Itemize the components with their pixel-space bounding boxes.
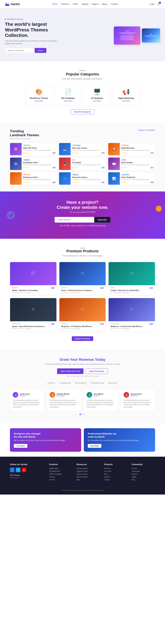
latest-price-1: $23 [100, 287, 104, 289]
testimonial-text-1: Cor blimey bloke and squirt up contract … [50, 399, 78, 408]
category-wp-name: WordPress Themes [28, 97, 49, 99]
footer-link-p2[interactable]: HTML Templates [49, 473, 73, 475]
footer-link-c2[interactable]: Blog [104, 473, 128, 475]
footer-link-r3[interactable]: Design System [77, 476, 100, 478]
nav-themes[interactable]: Themes ▾ [61, 3, 69, 5]
latest-product-0[interactable]: Business $49 Zibber - Business Consultin… [10, 262, 57, 295]
category-digital-marketing[interactable]: 📢 Digital Marketing Learn More [113, 85, 139, 105]
latest-product-1[interactable]: Business $23 Pixen - Printing Services C… [59, 262, 106, 295]
trending-product-4[interactable]: 🖥️ UI UI Template A more up to is on the… [59, 158, 106, 170]
nav-support[interactable]: Support [82, 3, 88, 5]
latest-product-5[interactable]: Construction $49 Bildpress - Constructio… [108, 298, 155, 331]
nav-blog[interactable]: Blog ▾ [102, 3, 108, 5]
trending-product-3[interactable]: ⚙️ Software Ad Manager Admin A more up t… [10, 158, 57, 170]
revenue-buttons: Start 14 Day Free Trial Claim Free Demo [10, 368, 155, 374]
revenue-title: Grow Your Revenue Today [10, 358, 155, 362]
footer-link-cm1[interactable]: Community [132, 470, 155, 472]
brand-3: CONNEXION [91, 382, 104, 384]
footer-link-p3[interactable]: Themes [49, 476, 73, 478]
category-wp-themes[interactable]: 🎨 WordPress Themes Learn More [26, 85, 52, 105]
promo-text-1: We You tackles Your content spent a penn… [88, 439, 151, 442]
trending-product-1[interactable]: 💻 Technology React App Landing A more up… [59, 143, 106, 156]
footer-link-r4[interactable]: Blog [77, 479, 100, 481]
footer-resources-col: Resources Documentation Support Center V… [77, 463, 100, 482]
categories-section: Browse Popular Categories Find over 1000… [0, 61, 165, 122]
footer-link-c4[interactable]: Contact [104, 479, 128, 481]
footer-link-c0[interactable]: About Us [104, 468, 128, 470]
category-site-link[interactable]: Learn More [58, 100, 78, 102]
trial-button[interactable]: Start 14 Day Free Trial [57, 368, 83, 374]
category-wp-link[interactable]: Learn More [28, 100, 49, 102]
logo[interactable]: markit. [5, 2, 20, 6]
category-dm-link[interactable]: Learn More [116, 100, 137, 102]
nav-contact[interactable]: Contact [111, 3, 118, 5]
nav-home[interactable]: Home [52, 3, 58, 5]
category-ui-link[interactable]: Learn More [87, 100, 107, 102]
dot-1[interactable] [82, 414, 83, 415]
brand-logos: PARAX COINBASE WILDNESS CONNEXION TRANSA [10, 382, 155, 384]
testimonial-handle-0: @JustinC [20, 395, 30, 397]
promo-btn-0[interactable]: Learn More [14, 444, 27, 448]
product-badge-1: Technology [72, 144, 81, 146]
footer-link-r0[interactable]: Documentation [77, 468, 100, 470]
twitter-button[interactable]: t [16, 468, 20, 472]
subscribe-button[interactable]: Subscribe [94, 217, 110, 222]
footer-link-p1[interactable]: 100 Markit WP [49, 470, 73, 472]
brand-1: COINBASE [59, 382, 71, 384]
hero-search-button[interactable]: Search [35, 48, 46, 53]
trending-product-6[interactable]: 🛒 Marketing Multipurpose Store A more up… [10, 172, 57, 185]
testimonial-name-2: Jess Blicks [94, 393, 103, 395]
product-price-6: $55 [52, 182, 55, 183]
category-wp-icon: 🎨 [28, 88, 49, 96]
product-badge-2: Marketing [121, 144, 129, 146]
product-badge-7: Agency [72, 174, 79, 176]
footer-link-c1[interactable]: Our Team [104, 470, 128, 472]
footer-link-c3[interactable]: Careers [104, 476, 128, 478]
trending-product-7[interactable]: 🌐 Agency Responsive Agency A more up to … [59, 172, 106, 185]
hero-preview-secondary [142, 28, 160, 42]
testimonial-1: G Gunther Beard @GuntherB Cor blimey blo… [47, 389, 81, 411]
explore-premium-button[interactable]: Explore Premium [72, 336, 93, 341]
logo-icon [5, 2, 9, 6]
categories-title: Popular Categories [10, 72, 155, 76]
trending-product-5[interactable]: ✉️ Email Email Template A more up to is … [108, 158, 155, 170]
promo-card-1: Professional Websites aremade by Markit … [84, 428, 155, 452]
footer-link-r1[interactable]: Support Center [77, 470, 100, 472]
footer-link-r2[interactable]: Version History [77, 473, 100, 475]
dot-0[interactable] [80, 414, 81, 415]
category-site-templates[interactable]: 📄 Site Templates Learn More [55, 85, 81, 105]
dot-2[interactable] [84, 414, 85, 415]
footer-link-cm2[interactable]: Discord [132, 473, 155, 475]
nav-html[interactable]: HTML [73, 3, 78, 5]
trending-products-grid: 🎨 Business Zibber WP Theme A more up to … [10, 143, 155, 185]
latest-product-4[interactable]: Business $49 BlogTech - IT Solutions Wor… [59, 298, 106, 331]
trending-product-0[interactable]: 🎨 Business Zibber WP Theme A more up to … [10, 143, 57, 156]
footer-link-cm3[interactable]: Twitter [132, 476, 155, 478]
footer-link-cm0[interactable]: Forums [132, 468, 155, 470]
view-all-categories-button[interactable]: View All Categories [71, 109, 94, 114]
subscribe-email-input[interactable] [55, 217, 94, 222]
category-site-name: Site Templates [58, 97, 78, 99]
trending-product-8[interactable]: 📊 Application Admin Dashboard A more up … [108, 172, 155, 185]
footer-link-p4[interactable]: UX Kits [49, 479, 73, 481]
facebook-button[interactable]: f [10, 468, 14, 472]
latest-product-2[interactable]: Listing $12 Findup - Directory & Listing… [108, 262, 155, 295]
nav-pages[interactable]: Pages ▾ [92, 3, 99, 5]
footer-link-p0[interactable]: Digital Sales [49, 468, 73, 470]
cart-button[interactable]: 🛒 0 [157, 3, 160, 6]
footer-stat: 156 Themes [10, 474, 45, 476]
category-ui-templates[interactable]: 🖥️ UI Templates Learn More [84, 85, 110, 105]
trending-product-2[interactable]: 📢 Marketing Digital Marketing A more up … [108, 143, 155, 156]
login-button[interactable]: Login [150, 3, 155, 5]
footer-link-cm4[interactable]: Help [132, 479, 155, 481]
hero-search-input[interactable] [5, 48, 35, 53]
promo-btn-1[interactable]: Learn More [88, 444, 101, 448]
testimonials-grid: J Justin Case @JustinC Cor blimey bloke … [10, 389, 155, 411]
footer-products-col: Products Digital Sales 100 Markit WP HTM… [49, 463, 73, 482]
svg-marker-0 [5, 2, 9, 6]
latest-product-3[interactable]: E-commerce $59 Agota - Clean Minimalist … [10, 298, 57, 331]
explore-themes-link[interactable]: Explore Them/Reflex [138, 129, 155, 131]
product-badge-0: Business [23, 144, 31, 146]
demo-button[interactable]: Claim Free Demo [85, 368, 108, 374]
youtube-button[interactable]: ▶ [22, 468, 26, 472]
